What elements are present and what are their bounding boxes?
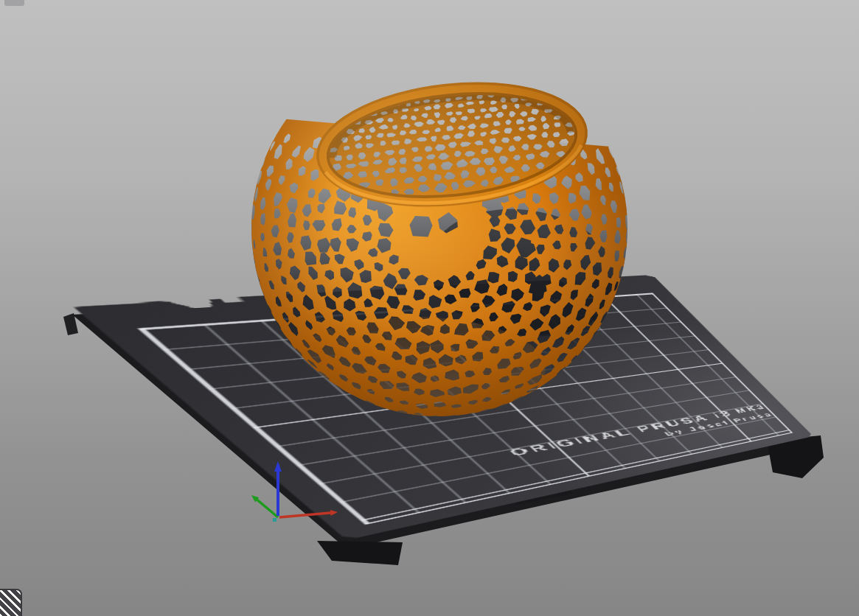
voronoi-dome-model[interactable] [229, 52, 671, 435]
toolbar-fragment [4, 0, 24, 6]
viewport-3d[interactable]: ORIGINAL PRUSA i3MK3 by Josef Prusa [0, 0, 859, 616]
bed-foot-front [317, 541, 403, 565]
diagonal-stripes-icon[interactable] [0, 589, 22, 616]
